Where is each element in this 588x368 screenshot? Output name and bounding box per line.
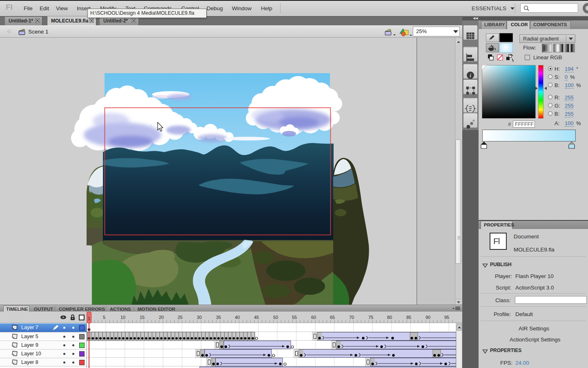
svg-text:45: 45 — [254, 315, 259, 320]
svg-text:55: 55 — [292, 315, 297, 320]
svg-text:25: 25 — [178, 315, 183, 320]
svg-text:30: 30 — [197, 315, 202, 320]
svg-text:75: 75 — [368, 315, 373, 320]
svg-text:1: 1 — [88, 316, 90, 321]
svg-text:95: 95 — [444, 315, 449, 320]
svg-text:20: 20 — [159, 315, 164, 320]
svg-text:65: 65 — [330, 315, 335, 320]
svg-text:70: 70 — [349, 315, 354, 320]
svg-text:35: 35 — [216, 315, 221, 320]
svg-text:85: 85 — [406, 315, 411, 320]
svg-text:i: i — [470, 72, 471, 79]
svg-text:10: 10 — [120, 315, 125, 320]
svg-text:50: 50 — [273, 315, 278, 320]
svg-text:15: 15 — [140, 315, 145, 320]
svg-text:5: 5 — [103, 315, 105, 320]
svg-text:80: 80 — [387, 315, 392, 320]
svg-text:60: 60 — [311, 315, 316, 320]
svg-text:90: 90 — [425, 315, 430, 320]
svg-text:40: 40 — [235, 315, 240, 320]
